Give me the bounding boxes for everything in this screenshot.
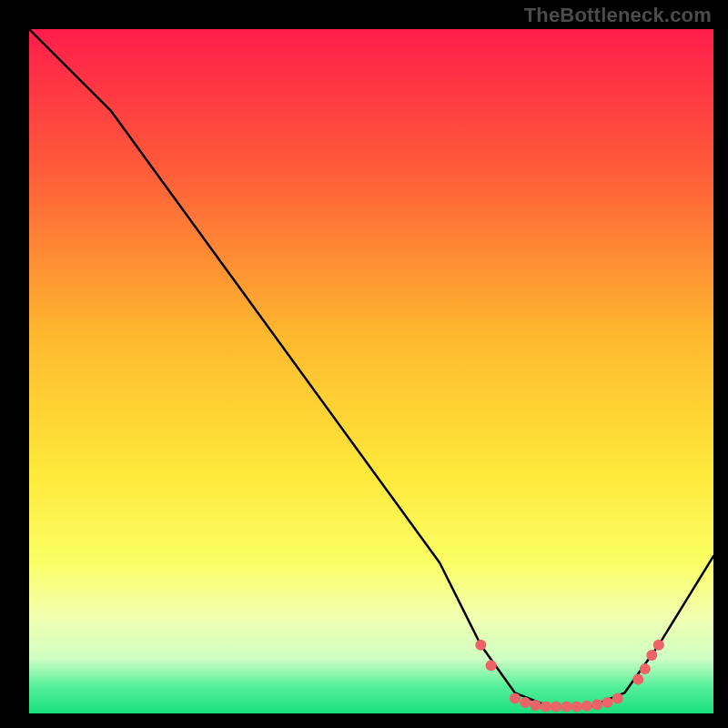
plot-background xyxy=(29,29,713,713)
marker-dot xyxy=(571,701,582,712)
chart-container: { "watermark": "TheBottleneck.com", "cha… xyxy=(0,0,728,728)
marker-dot xyxy=(592,699,602,710)
marker-dot xyxy=(475,640,486,651)
marker-dot xyxy=(561,701,571,712)
marker-dot xyxy=(612,693,623,703)
watermark-text: TheBottleneck.com xyxy=(524,4,712,27)
marker-dot xyxy=(486,660,497,671)
marker-dot xyxy=(640,663,651,674)
marker-dot xyxy=(632,673,643,684)
marker-dot xyxy=(602,697,612,708)
marker-dot xyxy=(520,697,531,708)
marker-dot xyxy=(646,650,657,661)
marker-dot xyxy=(581,701,592,712)
bottleneck-chart xyxy=(0,0,728,728)
marker-dot xyxy=(510,693,521,703)
marker-dot xyxy=(530,700,541,711)
marker-dot xyxy=(541,701,551,712)
marker-dot xyxy=(551,701,561,712)
marker-dot xyxy=(653,640,664,651)
